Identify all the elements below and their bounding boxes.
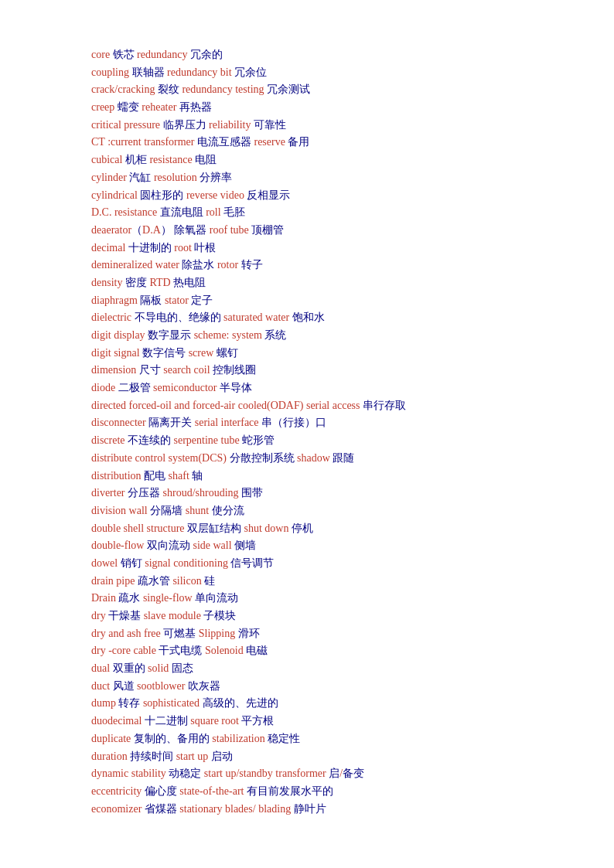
chinese-text: 稳定性 [268, 733, 300, 744]
chinese-text: 裂纹 [158, 83, 179, 95]
list-item: cylindrical 圆柱形的 reverse video 反相显示 [91, 187, 552, 204]
list-item: drain pipe 疏水管 silicon 硅 [91, 573, 552, 590]
english-text: reliability [206, 119, 254, 131]
list-item: CT :current transformer 电流互感器 reserve 备用 [91, 134, 552, 151]
english-text: screw [186, 347, 217, 359]
list-item: eccentricity 偏心度 state-of-the-art 有目前发展水… [91, 783, 552, 800]
chinese-text: 双重的 [113, 662, 145, 674]
english-text: demineralized water [91, 259, 182, 271]
list-item: discrete 不连续的 serpentine tube 蛇形管 [91, 432, 552, 449]
chinese-text: 静叶片 [294, 803, 326, 815]
chinese-text: 备变 [343, 768, 364, 779]
list-item: division wall 分隔墙 shunt 使分流 [91, 502, 552, 519]
list-item: diode 二极管 semiconductor 半导体 [91, 380, 552, 397]
english-text: crack/cracking [91, 83, 158, 95]
chinese-text: 不导电的、绝缘的 [135, 311, 221, 323]
chinese-text: 偏心度 [145, 785, 177, 797]
chinese-text: 临界压力 [163, 119, 206, 131]
chinese-text: 启 [329, 768, 339, 779]
list-item: dry -core cable 干式电缆 Solenoid 电磁 [91, 642, 552, 659]
english-text: search coil [161, 364, 213, 376]
chinese-text: 串行存取 [363, 400, 406, 411]
english-text: reheater [139, 101, 179, 113]
english-text: reserve [251, 136, 288, 148]
list-item: disconnecter 隔离开关 serial interface 串（行接）… [91, 414, 552, 431]
chinese-text: 冗余位 [234, 66, 267, 78]
chinese-text: 干燥基 [108, 610, 141, 621]
chinese-text: 风道 [113, 680, 135, 692]
chinese-text: 系统 [264, 329, 286, 341]
english-text: resistance [147, 154, 195, 165]
list-item: duplicate 复制的、备用的 stabilization 稳定性 [91, 730, 552, 747]
chinese-text: 数字信号 [142, 347, 186, 359]
chinese-text: 控制线圈 [213, 364, 256, 376]
english-text: shroud/shrouding [160, 487, 241, 499]
chinese-text: 定子 [191, 294, 213, 306]
english-text: cylindrical [91, 189, 140, 201]
chinese-text: 铁芯 [113, 49, 135, 60]
chinese-text: 半导体 [220, 382, 252, 393]
english-text: duct [91, 680, 113, 692]
list-item: D.C. resistance 直流电阻 roll 毛胚 [91, 204, 552, 221]
chinese-text: 螺钉 [217, 347, 238, 359]
english-text: digit signal [91, 347, 142, 359]
english-text: semiconductor [151, 382, 220, 393]
english-text: redundancy testing [179, 83, 267, 95]
list-item: coupling 联轴器 redundancy bit 冗余位 [91, 64, 552, 81]
list-item: core 铁芯 redundancy 冗余的 [91, 46, 552, 63]
english-text: stator [162, 294, 191, 306]
chinese-text: 停机 [292, 523, 313, 534]
chinese-text: 销钉 [121, 557, 142, 569]
chinese-text: 蛇形管 [242, 434, 275, 446]
chinese-text: 可靠性 [254, 119, 286, 131]
chinese-text: 叶根 [194, 242, 216, 254]
chinese-text: 持续时间 [130, 751, 173, 762]
content-block: core 铁芯 redundancy 冗余的coupling 联轴器 redun… [91, 46, 552, 817]
chinese-text: 串（行接）口 [261, 417, 326, 428]
english-text: duodecimal [91, 715, 145, 727]
english-text: density [91, 277, 125, 288]
chinese-text: 可燃基 [163, 628, 196, 639]
english-text: CT :current transformer [91, 136, 197, 148]
english-text: square root [188, 715, 242, 727]
english-text: scheme: system [191, 329, 264, 341]
chinese-text: 分隔墙 [150, 505, 182, 516]
english-text: resolution [151, 172, 200, 183]
chinese-text: 围带 [241, 487, 263, 499]
english-text: shunt [182, 505, 211, 516]
english-text: serpentine tube [171, 434, 242, 446]
english-text: distribute control system(DCS) [91, 452, 230, 464]
chinese-text: 有目前发展水平的 [247, 785, 333, 797]
list-item: dielectric 不导电的、绝缘的 saturated water 饱和水 [91, 309, 552, 326]
chinese-text: 饱和水 [292, 311, 325, 323]
english-text: discrete [91, 434, 128, 446]
list-item: critical pressure 临界压力 reliability 可靠性 [91, 117, 552, 134]
english-text: dry -core cable [91, 645, 159, 656]
chinese-text: 疏水管 [138, 575, 170, 587]
chinese-text: 侧墙 [234, 540, 256, 551]
chinese-text: 干式电缆 [159, 645, 202, 656]
chinese-text: 圆柱形的 [140, 189, 183, 201]
chinese-text: 隔离开关 [148, 417, 192, 428]
english-text: dry and ash free [91, 628, 163, 639]
list-item: directed forced-oil and forced-air coole… [91, 397, 552, 414]
english-text: eccentricity [91, 785, 145, 797]
chinese-text: 电磁 [246, 645, 268, 656]
chinese-text: 联轴器 [132, 66, 165, 78]
english-text: shaft [165, 470, 192, 482]
chinese-text: 密度 [125, 277, 147, 288]
english-text: D.C. resistance [91, 206, 160, 218]
chinese-text: 热电阻 [173, 277, 206, 288]
chinese-text: 除盐水 [182, 259, 214, 271]
list-item: Drain 疏水 single-flow 单向流动 [91, 590, 552, 607]
english-text: creep [91, 101, 118, 113]
chinese-text: 冗余测试 [267, 83, 310, 95]
list-item: demineralized water 除盐水 rotor 转子 [91, 257, 552, 274]
english-text: dynamic stability [91, 768, 169, 779]
english-text: dump [91, 697, 118, 709]
chinese-text: 分散控制系统 [230, 452, 295, 464]
english-text: single-flow [140, 592, 195, 604]
english-text: signal conditioning [142, 557, 231, 569]
chinese-text: 转子 [241, 259, 263, 271]
list-item: double-flow 双向流动 side wall 侧墙 [91, 537, 552, 554]
